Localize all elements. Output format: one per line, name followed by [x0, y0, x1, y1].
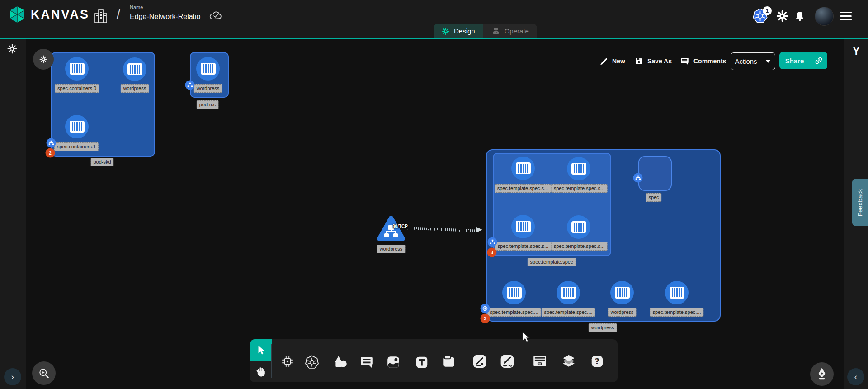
container-label: spec.template.spec.... — [542, 308, 595, 317]
mode-tabbar: Design Operate — [434, 24, 537, 38]
group-spec-template-spec[interactable] — [493, 153, 611, 256]
comment-tool-icon[interactable] — [359, 355, 374, 370]
select-tool-button[interactable] — [250, 339, 272, 361]
comments-label: Comments — [693, 57, 726, 65]
container-node[interactable] — [567, 157, 590, 180]
container-label: spec.template.spec.s... — [495, 242, 552, 251]
container-node[interactable] — [511, 157, 535, 180]
layers-icon[interactable] — [561, 353, 576, 369]
settings-gear-icon[interactable] — [776, 10, 788, 22]
menu-hamburger-icon[interactable] — [840, 12, 852, 23]
container-node[interactable] — [557, 281, 580, 304]
container-node[interactable] — [123, 57, 146, 81]
new-label: New — [612, 57, 625, 65]
feedback-tab[interactable]: Feedback — [852, 179, 868, 226]
container-label: spec.containers.1 — [54, 142, 99, 151]
toolbar-divider — [326, 344, 326, 378]
media-tool-icon[interactable] — [386, 355, 401, 369]
deployment-icon-badge[interactable] — [481, 304, 490, 313]
tab-operate-label: Operate — [505, 27, 529, 35]
meshery-pinwheel-icon[interactable] — [7, 43, 18, 56]
note-tool-icon[interactable] — [442, 354, 456, 368]
container-label: wordpress — [194, 84, 222, 93]
pan-tool-button[interactable] — [250, 361, 272, 382]
container-node[interactable] — [196, 57, 220, 81]
pen-nib-tool-icon[interactable] — [810, 362, 834, 386]
share-link-icon[interactable] — [810, 56, 827, 65]
container-icon — [201, 63, 216, 75]
archive-drawer-icon[interactable] — [532, 354, 548, 368]
issue-count-badge[interactable]: 3 — [487, 248, 497, 257]
components-chip-icon[interactable] — [280, 354, 295, 369]
pod-icon-badge[interactable] — [47, 138, 56, 148]
feedback-label: Feedback — [857, 189, 863, 216]
right-rail-logo: Y — [852, 45, 861, 57]
zoom-search-icon[interactable] — [32, 361, 56, 385]
container-node[interactable] — [610, 281, 634, 304]
shapes-tool-icon[interactable] — [333, 355, 348, 370]
container-icon — [516, 221, 531, 232]
service-node-wordpress[interactable] — [377, 215, 406, 243]
container-node[interactable] — [65, 57, 89, 81]
container-label: spec.containers.0 — [55, 84, 99, 93]
group-label: spec.template.spec — [528, 258, 576, 266]
pencil-draw-tool-icon[interactable] — [500, 354, 515, 369]
user-avatar[interactable] — [815, 7, 834, 26]
container-icon — [670, 287, 684, 299]
save-as-label: Save As — [647, 57, 672, 65]
left-panel-expand-chevron[interactable]: › — [4, 368, 21, 385]
container-node[interactable] — [665, 281, 689, 304]
share-button[interactable]: Share — [779, 52, 827, 69]
pen-tool-icon[interactable] — [472, 354, 487, 369]
edge-service-to-deployment[interactable] — [406, 227, 478, 232]
notifications-bell-icon[interactable] — [794, 10, 806, 23]
new-pencil-icon — [599, 57, 608, 66]
group-label: pod-rcc — [197, 100, 219, 109]
tab-design[interactable]: Design — [434, 24, 483, 38]
comments-icon — [680, 57, 689, 66]
pod-icon-badge[interactable] — [488, 237, 497, 247]
organization-icon[interactable] — [93, 8, 108, 24]
hand-icon — [255, 366, 266, 378]
issue-count-badge[interactable]: 2 — [46, 148, 55, 158]
container-label: spec.template.spec.... — [487, 308, 541, 317]
comments-button[interactable]: Comments — [680, 54, 726, 68]
kubernetes-context-count-badge[interactable]: 1 — [763, 6, 772, 15]
save-as-button[interactable]: Save As — [634, 54, 672, 68]
toolbar-divider — [524, 344, 524, 378]
pod-icon-badge[interactable] — [633, 173, 643, 183]
container-icon — [127, 63, 142, 75]
dock-toolbar: ? — [250, 339, 618, 382]
group-label: wordpress — [589, 323, 617, 332]
actions-divider — [761, 53, 761, 70]
group-label: pod-skd — [90, 158, 113, 166]
kubernetes-tool-icon[interactable] — [304, 355, 320, 370]
container-label: spec.template.spec.s... — [551, 242, 608, 251]
pod-icon-badge[interactable] — [185, 81, 195, 90]
container-icon — [615, 287, 630, 299]
design-name-input[interactable] — [130, 12, 207, 24]
tab-operate[interactable]: Operate — [483, 24, 537, 38]
text-tool-icon[interactable] — [415, 355, 429, 370]
container-icon — [70, 121, 85, 133]
container-icon — [561, 287, 576, 299]
node-spec[interactable] — [638, 156, 672, 191]
actions-button[interactable]: Actions — [731, 52, 775, 70]
new-button[interactable]: New — [599, 54, 625, 68]
container-icon — [571, 221, 586, 233]
container-icon — [571, 163, 586, 175]
container-node[interactable] — [511, 215, 535, 238]
help-icon[interactable]: ? — [590, 354, 604, 369]
node-config-gear-icon[interactable] — [33, 49, 54, 70]
kanvas-logo[interactable]: KANVAS — [8, 5, 90, 24]
toolbar-divider — [465, 344, 465, 378]
container-label: spec.template.spec.s... — [495, 184, 551, 193]
container-node[interactable] — [502, 281, 526, 304]
container-node[interactable] — [567, 215, 590, 239]
tab-design-label: Design — [454, 27, 475, 35]
right-panel-expand-chevron[interactable]: ‹ — [847, 368, 864, 385]
kanvas-app: { "header": { "logo": "KANVAS", "name_la… — [0, 0, 868, 389]
actions-caret-icon[interactable] — [765, 60, 771, 63]
container-node[interactable] — [65, 115, 89, 138]
issue-count-badge[interactable]: 3 — [481, 314, 490, 323]
